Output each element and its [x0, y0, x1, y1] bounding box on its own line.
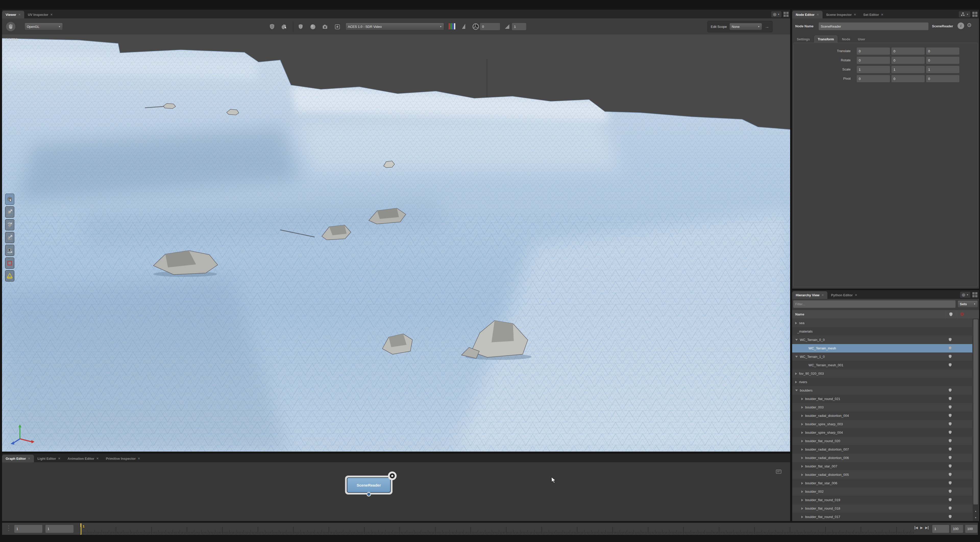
expand-arrow-icon[interactable] [801, 482, 803, 485]
current-frame-field[interactable]: 1 [932, 525, 949, 533]
channels-icon[interactable] [449, 23, 455, 29]
close-icon[interactable] [138, 457, 140, 460]
hierarchy-row[interactable]: WC_Terrain_0_0 [792, 336, 972, 344]
hierarchy-row[interactable]: boulder_flat_round_021 [792, 395, 972, 403]
exposure-icon[interactable] [462, 24, 465, 29]
sets-dropdown[interactable]: Sets [958, 300, 978, 308]
translate-tool-button[interactable] [5, 206, 14, 218]
hierarchy-tab[interactable]: Python Editor [827, 291, 861, 299]
node-editor-tab[interactable]: Set Editor [860, 11, 887, 18]
transform-value-y[interactable]: 0 [891, 48, 924, 55]
transform-value-y[interactable]: 0 [891, 75, 924, 82]
hierarchy-row[interactable]: WC_Terrain_1_0 [792, 352, 972, 361]
node-name-field[interactable]: SceneReader [819, 22, 928, 30]
render-set-icon[interactable] [959, 312, 965, 317]
shield-badge-icon[interactable] [948, 497, 953, 503]
shield-badge-icon[interactable] [948, 430, 953, 435]
expand-arrow-icon[interactable] [795, 381, 797, 383]
camera-tool-button[interactable] [5, 245, 14, 256]
node-editor-subtab[interactable]: Transform [815, 35, 837, 43]
transform-value-y[interactable]: 1 [891, 66, 924, 73]
shield-badge-icon[interactable] [948, 514, 953, 520]
follow-scene-button[interactable]: ◎▼ [960, 292, 970, 298]
hierarchy-row[interactable]: boulder_radial_distortion_004 [792, 411, 972, 420]
shield-badge-icon[interactable] [948, 362, 953, 368]
filter-input[interactable]: Filter... [793, 300, 956, 308]
layout-menu-icon[interactable] [972, 12, 977, 17]
expand-arrow-icon[interactable] [795, 339, 798, 341]
hierarchy-row[interactable]: boulder_002 [792, 487, 972, 496]
edit-scope-dropdown[interactable]: None [729, 23, 762, 30]
viewer-tab[interactable]: UV Inspector [24, 11, 56, 18]
light-tool-button[interactable] [5, 270, 14, 282]
expand-arrow-icon[interactable] [801, 465, 803, 468]
expansion-button[interactable] [296, 22, 306, 32]
transform-value-x[interactable]: 0 [857, 57, 890, 64]
skip-to-end-icon[interactable]: ▶ [925, 526, 928, 529]
layout-menu-icon[interactable] [783, 12, 789, 17]
transform-value-y[interactable]: 0 [891, 57, 924, 64]
expand-arrow-icon[interactable] [795, 356, 798, 357]
node-editor-tab[interactable]: Scene Inspector [822, 11, 860, 18]
hierarchy-row[interactable]: boulder_radial_distortion_006 [792, 454, 972, 462]
viewer-settings-button[interactable]: ◎▼ [771, 11, 781, 18]
hierarchy-tab[interactable]: Hierarchy View [792, 291, 827, 299]
shield-badge-icon[interactable] [948, 472, 953, 477]
shield-badge-icon[interactable] [948, 480, 953, 486]
node-editor-tab[interactable]: Node Editor [792, 11, 822, 18]
sphere-display-button[interactable] [308, 22, 318, 32]
transform-value-z[interactable]: 0 [926, 57, 959, 64]
close-icon[interactable] [28, 457, 30, 460]
expand-arrow-icon[interactable] [801, 406, 803, 409]
rotate-tool-button[interactable] [5, 219, 14, 230]
node-output-port[interactable] [366, 492, 371, 497]
close-icon[interactable] [18, 13, 21, 16]
scroll-up-icon[interactable]: ▲ [973, 508, 978, 515]
viewport-3d[interactable]: 0.2 FPS [2, 35, 790, 451]
annotations-icon[interactable] [775, 469, 782, 475]
transform-value-z[interactable]: 0 [926, 75, 959, 82]
close-icon[interactable] [855, 293, 857, 297]
expand-arrow-icon[interactable] [795, 372, 797, 375]
play-icon[interactable]: ▶ [920, 526, 923, 529]
renderer-dropdown[interactable]: OpenGL [24, 23, 63, 30]
close-icon[interactable] [817, 13, 819, 16]
scrollbar-thumb[interactable] [974, 319, 978, 504]
scene-reader-node[interactable]: SceneReader [345, 476, 393, 494]
scale-tool-button[interactable] [5, 232, 14, 243]
expand-arrow-icon[interactable] [801, 457, 803, 459]
close-icon[interactable] [58, 457, 60, 460]
hierarchy-row[interactable]: boulder_radial_distortion_007 [792, 445, 972, 454]
shield-badge-icon[interactable] [948, 489, 953, 494]
close-icon[interactable] [97, 457, 99, 460]
pin-node-button[interactable]: ▼ [959, 11, 970, 18]
camera-settings-button[interactable] [320, 22, 330, 32]
expand-arrow-icon[interactable] [795, 389, 798, 391]
display-transform-dropdown[interactable]: ACES 1.0 - SDR Video [345, 23, 444, 30]
shield-badge-icon[interactable] [948, 505, 953, 511]
frame-start-field[interactable]: 1 [14, 525, 42, 533]
hierarchy-row[interactable]: boulder_spire_sharp_004 [792, 428, 972, 437]
hierarchy-row[interactable]: WC_Terrain_mesh_001 [792, 361, 972, 369]
shield-badge-icon[interactable] [948, 438, 953, 444]
exposure-field[interactable]: 0 [480, 23, 500, 30]
focus-ring-icon[interactable] [388, 472, 396, 480]
node-editor-subtab[interactable]: Settings [794, 35, 813, 43]
selection-mask-button[interactable] [279, 22, 290, 32]
shield-badge-icon[interactable] [948, 455, 953, 461]
expand-arrow-icon[interactable] [801, 490, 803, 493]
shield-badge-icon[interactable] [948, 345, 953, 351]
close-icon[interactable] [854, 13, 856, 16]
shield-badge-icon[interactable] [948, 387, 953, 393]
hierarchy-scrollbar[interactable]: ▲ ▼ [973, 319, 978, 521]
close-icon[interactable] [50, 13, 52, 16]
transform-value-x[interactable]: 0 [857, 48, 890, 55]
shield-badge-icon[interactable] [948, 446, 953, 452]
hierarchy-row[interactable]: fov_90_020_003 [792, 369, 972, 378]
transform-value-x[interactable]: 0 [857, 75, 890, 82]
graph-editor-tab[interactable]: Primitive Inspector [102, 454, 144, 462]
pause-updates-hand-icon[interactable] [6, 21, 16, 32]
transform-value-x[interactable]: 1 [857, 66, 890, 73]
expand-arrow-icon[interactable] [801, 499, 803, 501]
graph-editor-tab[interactable]: Graph Editor [2, 454, 34, 462]
